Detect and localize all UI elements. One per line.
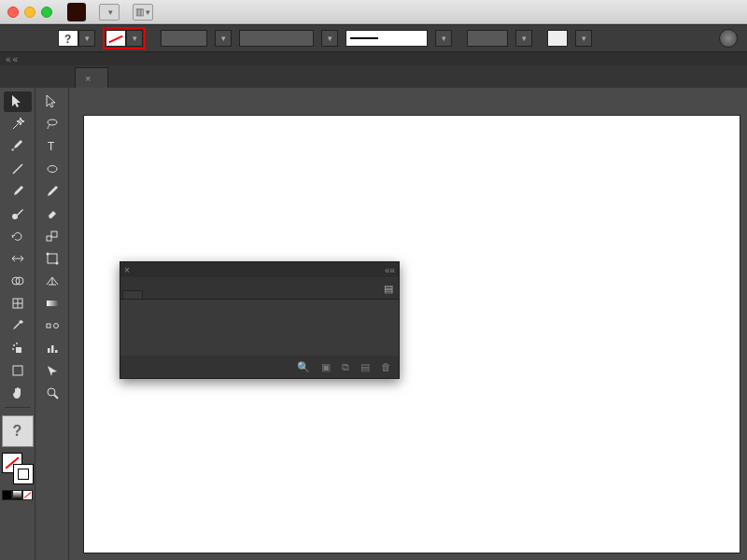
svg-point-19 [55,262,58,265]
blend-tool[interactable] [38,315,66,336]
graphic-style-swatch[interactable] [547,30,568,47]
blob-brush-tool[interactable] [4,203,32,224]
opacity-input[interactable] [467,30,508,47]
variable-width-dropdown[interactable]: ▾ [321,30,338,47]
svg-point-22 [53,324,58,329]
svg-rect-17 [48,254,57,263]
artboard-tool[interactable] [4,360,32,381]
svg-point-1 [12,214,18,219]
window-minimize-button[interactable] [24,7,35,18]
eraser-tool[interactable] [38,203,66,224]
fill-swatch-mixed[interactable] [58,30,78,47]
locate-object-icon[interactable]: 🔍 [297,361,310,373]
window-zoom-button[interactable] [41,7,52,18]
svg-point-18 [46,253,49,256]
opacity-dropdown[interactable]: ▾ [515,30,532,47]
svg-point-10 [12,348,14,350]
layers-panel-footer: 🔍 ▣ ⧉ ▤ 🗑 [120,356,399,378]
fill-mixed-icon: ? [2,415,34,447]
svg-rect-24 [51,345,54,353]
lasso-tool[interactable] [38,114,66,134]
svg-line-27 [54,395,58,399]
document-tab[interactable]: × [75,67,108,88]
stroke-box-icon [13,464,34,484]
svg-text:T: T [48,140,55,153]
panel-collapse-strip[interactable]: «« [0,52,747,65]
perspective-grid-tool[interactable] [38,271,66,291]
brush-definition[interactable] [345,30,428,47]
svg-rect-20 [47,301,58,306]
svg-rect-16 [51,231,57,237]
collapse-panel-icon[interactable]: «« [385,265,395,275]
free-transform-tool[interactable] [38,248,66,269]
clipping-mask-icon[interactable]: ▣ [321,361,331,373]
pen-tool[interactable] [4,136,32,157]
document-setup-icon[interactable] [719,29,738,48]
control-bar: ▾ ▾ ▾ ▾ ▾ ▾ ▾ [0,24,747,52]
app-icon [67,3,86,21]
direct-selection-tool[interactable] [38,91,66,112]
arrange-documents-button[interactable]: ▥▾ [133,4,153,21]
svg-rect-7 [16,347,21,353]
symbol-sprayer-tool[interactable] [4,338,32,358]
mesh-tool[interactable] [4,293,32,314]
width-tool[interactable] [4,248,32,269]
type-tool[interactable]: T [38,136,66,157]
pencil-tool[interactable] [38,181,66,202]
window-close-button[interactable] [7,7,19,18]
svg-line-0 [13,164,22,174]
close-tab-icon[interactable]: × [85,73,91,84]
shape-builder-tool[interactable] [4,271,32,291]
ellipse-tool[interactable] [38,159,66,179]
new-layer-icon[interactable]: ▤ [360,361,370,373]
macos-titlebar: ▾ ▥▾ [0,0,747,24]
brush-definition-dropdown[interactable]: ▾ [435,30,452,47]
rotate-tool[interactable] [4,226,32,246]
layers-tab[interactable] [122,290,143,299]
layers-panel[interactable]: ×«« ▤ 🔍 ▣ ⧉ ▤ 🗑 [120,261,400,379]
fill-dropdown[interactable]: ▾ [78,30,95,47]
svg-rect-25 [55,350,58,353]
default-fill-stroke[interactable] [2,453,34,484]
fill-stroke-indicator[interactable]: ? [2,415,34,447]
color-mode-gradient[interactable] [12,490,22,500]
scale-tool[interactable] [38,226,66,246]
svg-rect-21 [47,324,50,328]
svg-point-8 [13,344,15,346]
tools-column-left: ? [0,88,35,560]
stroke-swatch-highlight: ▾ [103,27,146,49]
svg-rect-23 [48,348,50,353]
magic-wand-tool[interactable] [4,114,32,134]
document-tab-row: × [0,65,747,88]
stroke-weight-input[interactable] [161,30,207,47]
stroke-weight-dropdown[interactable]: ▾ [215,30,232,47]
color-mode-color[interactable] [2,490,12,500]
delete-layer-icon[interactable]: 🗑 [381,361,391,373]
hand-tool[interactable] [4,383,32,403]
svg-rect-15 [47,236,51,241]
slice-tool[interactable] [38,360,66,381]
eyedropper-tool[interactable] [4,315,32,336]
stroke-swatch-none[interactable] [106,30,126,47]
close-panel-icon[interactable]: × [124,265,130,275]
new-sublayer-icon[interactable]: ⧉ [342,361,349,373]
panel-menu-icon[interactable]: ▤ [378,279,399,299]
stroke-dropdown[interactable]: ▾ [126,30,143,47]
zoom-tool[interactable] [38,383,66,403]
color-mode-swatches [2,490,33,500]
bridge-button[interactable]: ▾ [99,4,120,21]
layers-panel-header[interactable]: ×«« [120,262,399,277]
column-graph-tool[interactable] [38,338,66,358]
line-tool[interactable] [4,159,32,179]
graphic-style-dropdown[interactable]: ▾ [575,30,592,47]
paintbrush-tool[interactable] [4,181,32,202]
svg-rect-11 [13,366,22,375]
color-mode-none[interactable] [22,490,33,500]
layers-panel-tabs: ▤ [120,277,399,300]
variable-width-profile[interactable] [239,30,314,47]
svg-point-9 [16,343,18,344]
tools-column-right: T [35,88,69,560]
svg-point-14 [48,166,57,173]
selection-tool[interactable] [4,91,32,112]
gradient-tool[interactable] [38,293,66,314]
